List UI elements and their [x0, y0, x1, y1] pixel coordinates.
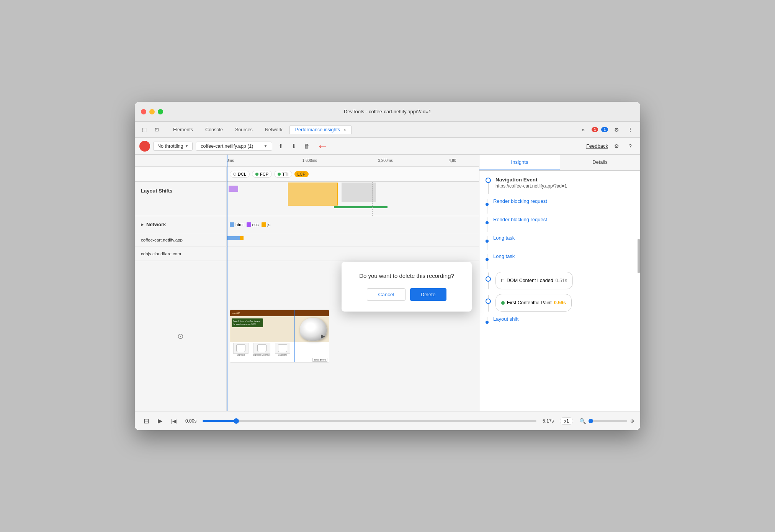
zoom-controls: 🔍 ⊕: [579, 418, 634, 424]
screenshot-toggle-icon[interactable]: ⊟: [141, 416, 152, 426]
minimize-button[interactable]: [149, 109, 155, 114]
network-label: Network: [146, 222, 166, 227]
screenshot-camera-icon: ⊙: [177, 331, 184, 341]
tab-elements[interactable]: Elements: [168, 126, 198, 134]
delete-dialog: Do you want to delete this recording? Ca…: [342, 262, 472, 312]
zoom-slider[interactable]: [589, 420, 627, 422]
tab-insights[interactable]: Insights: [479, 155, 560, 170]
dialog-buttons: Cancel Delete: [354, 288, 459, 301]
lcp-pill: LCP: [294, 171, 309, 177]
delete-recording-button[interactable]: 🗑: [301, 141, 312, 152]
play-button[interactable]: ▶: [155, 416, 165, 426]
play-controls: ⊟ ▶ |◀: [141, 416, 179, 426]
close-button[interactable]: [141, 109, 146, 114]
toolbar: No throttling ▼ coffee-cart.netlify.app …: [135, 138, 640, 155]
playback-bar: ⊟ ▶ |◀ 0.00s 5.17s x1 🔍 ⊕: [135, 411, 640, 430]
dcl-pill: DCL: [230, 171, 250, 178]
export-icon[interactable]: ⬆: [275, 141, 286, 152]
timeline-ruler: 0ms 1,600ms 3,200ms 4,80: [135, 155, 479, 167]
ruler-mark-0: 0ms: [227, 158, 234, 163]
zoom-in-icon[interactable]: ⊕: [630, 418, 634, 424]
url-dropdown-arrow-icon: ▼: [263, 144, 267, 148]
delete-button[interactable]: Delete: [410, 288, 446, 301]
traffic-lights: [141, 109, 163, 114]
insights-tabs: Insights Details: [479, 155, 640, 171]
titlebar: DevTools - coffee-cart.netlify.app/?ad=1: [135, 102, 640, 122]
performance-settings-icon[interactable]: ⚙: [611, 141, 622, 152]
tab-console[interactable]: Console: [200, 126, 228, 134]
tab-icons: ⬚ ⊡: [139, 125, 162, 135]
nav-title: Navigation Event: [495, 177, 567, 183]
maximize-button[interactable]: [158, 109, 163, 114]
current-time: 0.00s: [185, 418, 196, 424]
tab-more: » 1 1 ⚙ ⋮: [578, 124, 636, 135]
dropdown-arrow-icon: ▼: [185, 144, 188, 148]
timing-pills: DCL FCP TTI LCP: [227, 167, 479, 181]
pills-area: DCL FCP TTI LCP: [135, 167, 479, 182]
speed-selector[interactable]: x1: [560, 417, 573, 425]
cursor-icon[interactable]: ⬚: [139, 125, 149, 135]
toolbar-actions: ⬆ ⬇ 🗑: [275, 141, 312, 152]
main-content: 0ms 1,600ms 3,200ms 4,80 DCL: [135, 155, 640, 411]
settings-icon[interactable]: ⚙: [611, 124, 622, 135]
import-icon[interactable]: ⬇: [288, 141, 299, 152]
zoom-out-icon[interactable]: 🔍: [579, 418, 586, 424]
feedback-link[interactable]: Feedback: [586, 143, 608, 149]
scrubber-handle[interactable]: [234, 418, 239, 424]
tabbar: ⬚ ⊡ Elements Console Sources Network Per…: [135, 122, 640, 138]
skip-to-start-icon[interactable]: |◀: [168, 416, 179, 426]
tab-details[interactable]: Details: [560, 155, 640, 170]
layout-shifts-label: Layout Shifts: [141, 188, 172, 194]
device-icon[interactable]: ⊡: [152, 125, 162, 135]
menu-icon[interactable]: ⋮: [625, 124, 636, 135]
ruler-mark-1600: 1,600ms: [302, 158, 317, 163]
error-badge: 1: [592, 127, 598, 132]
cancel-button[interactable]: Cancel: [367, 288, 405, 301]
dialog-overlay: Do you want to delete this recording? Ca…: [211, 185, 479, 388]
url-selector[interactable]: coffee-cart.netlify.app (1) ▼: [196, 142, 272, 151]
nav-dot: [486, 178, 491, 183]
throttling-dropdown[interactable]: No throttling ▼: [153, 142, 193, 151]
dialog-message: Do you want to delete this recording?: [354, 273, 459, 279]
total-time: 5.17s: [543, 418, 554, 424]
more-tabs-icon[interactable]: »: [578, 124, 589, 135]
scrollbar-thumb: [638, 239, 640, 273]
tab-network[interactable]: Network: [260, 126, 288, 134]
ruler-mark-480: 4,80: [449, 158, 456, 163]
timeline-scrubber[interactable]: [203, 420, 536, 422]
timeline-panel: 0ms 1,600ms 3,200ms 4,80 DCL: [135, 155, 479, 411]
message-badge: 1: [601, 127, 608, 132]
network-item-2: cdnjs.cloudflare.com: [141, 251, 181, 256]
insights-scrollbar[interactable]: [637, 239, 640, 388]
window-title: DevTools - coffee-cart.netlify.app/?ad=1: [344, 109, 431, 114]
scrubber-fill: [203, 420, 236, 422]
fcp-pill: FCP: [252, 171, 272, 178]
devtools-window: DevTools - coffee-cart.netlify.app/?ad=1…: [135, 102, 640, 430]
tab-sources[interactable]: Sources: [230, 126, 258, 134]
record-button[interactable]: [139, 141, 150, 152]
ruler-mark-3200: 3,200ms: [378, 158, 392, 163]
tti-pill: TTI: [274, 171, 292, 178]
network-expand-icon[interactable]: ▶: [141, 222, 144, 227]
arrow-indicator: ←: [317, 140, 328, 153]
network-item-1: coffee-cart.netlify.app: [141, 238, 183, 242]
tab-close-icon[interactable]: ×: [344, 128, 346, 132]
help-icon[interactable]: ?: [625, 141, 636, 152]
tab-performance-insights[interactable]: Performance insights ×: [289, 125, 352, 134]
zoom-handle[interactable]: [589, 419, 593, 423]
